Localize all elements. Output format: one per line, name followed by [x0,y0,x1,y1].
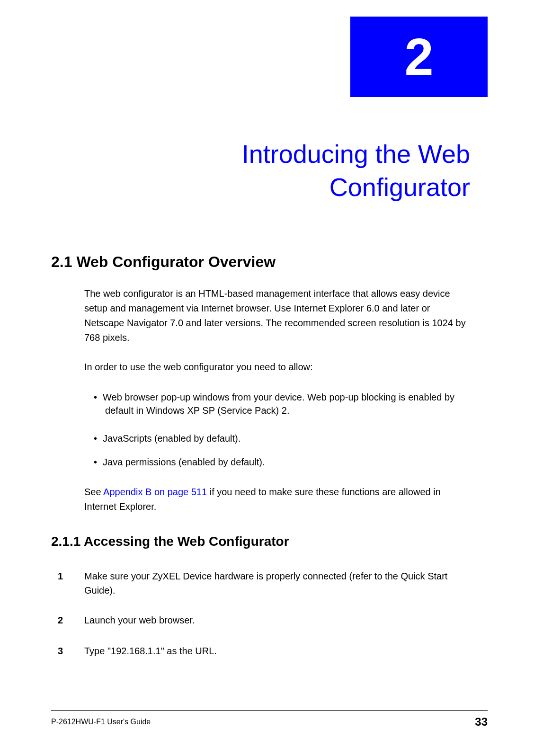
bullet-dot-icon: • [94,433,97,444]
step-item-1: 1Make sure your ZyXEL Device hardware is… [71,569,470,597]
step-text-1: Make sure your ZyXEL Device hardware is … [84,571,447,596]
step-number-1: 1 [71,569,84,583]
step-number-2: 2 [71,613,84,627]
bullet-item-1: •Web browser pop-up windows from your de… [94,391,470,417]
bullet-item-3: •Java permissions (enabled by default). [94,455,470,469]
see-appendix-paragraph: See Appendix B on page 511 if you need t… [84,485,470,514]
page-container: 2 Introducing the Web Configurator 2.1 W… [0,0,534,756]
bullet-text-3: Java permissions (enabled by default). [103,457,265,467]
step-text-2: Launch your web browser. [84,615,195,625]
bullet-dot-icon: • [94,457,97,467]
step-item-2: 2Launch your web browser. [71,613,470,627]
chapter-number-box: 2 [350,17,488,97]
chapter-number: 2 [404,31,433,83]
bullet-text-2: JavaScripts (enabled by default). [103,433,240,444]
subsection-heading-2-1-1: 2.1.1 Accessing the Web Configurator [51,534,289,549]
bullet-text-1: Web browser pop-up windows from your dev… [103,392,454,416]
footer-guide-title: P-2612HWU-F1 User's Guide [51,718,151,726]
step-text-3: Type "192.168.1.1" as the URL. [84,646,217,656]
bullet-dot-icon: • [94,392,97,402]
section-heading-2-1: 2.1 Web Configurator Overview [51,253,276,271]
step-number-3: 3 [71,644,84,658]
chapter-title: Introducing the Web Configurator [129,137,470,204]
step-item-3: 3Type "192.168.1.1" as the URL. [71,644,470,658]
footer-page-number: 33 [475,715,488,729]
overview-paragraph-1: The web configurator is an HTML-based ma… [84,286,470,345]
overview-paragraph-2: In order to use the web configurator you… [84,360,470,374]
appendix-link[interactable]: Appendix B on page 511 [103,487,207,497]
bullet-item-2: •JavaScripts (enabled by default). [94,432,470,445]
see-prefix: See [84,487,103,497]
page-footer: P-2612HWU-F1 User's Guide 33 [51,710,488,729]
